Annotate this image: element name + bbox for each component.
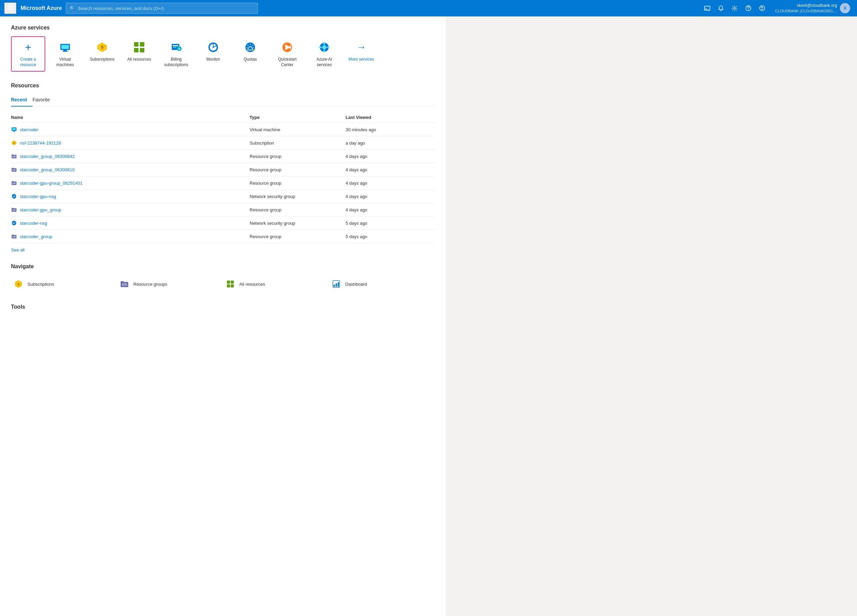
quotas-button[interactable]: Quotas	[233, 36, 268, 66]
search-input[interactable]	[78, 6, 254, 11]
quickstart-center-button[interactable]: QuickstartCenter	[270, 36, 305, 72]
nav-dashboard-icon	[331, 279, 341, 289]
user-org: CLOUDBANK (CLOUDBANKORG....	[775, 9, 837, 14]
svg-rect-9	[61, 45, 69, 49]
nsg-icon	[11, 193, 17, 199]
subscription-icon: $	[11, 140, 17, 146]
svg-rect-10	[63, 50, 67, 51]
resource-name-rg2[interactable]: starcoder_group_06300810	[11, 167, 249, 173]
cloud-shell-button[interactable]	[701, 2, 713, 14]
navigate-resource-groups[interactable]: Resource groups	[117, 275, 223, 293]
resource-name-starcoder[interactable]: starcoder	[11, 127, 249, 133]
navigate-subscriptions[interactable]: $ Subscriptions	[11, 275, 117, 293]
navigate-all-resources[interactable]: All resources	[223, 275, 329, 293]
virtual-machines-button[interactable]: Virtualmachines	[48, 36, 82, 72]
subscriptions-icon: $	[95, 40, 109, 54]
svg-rect-62	[227, 281, 230, 284]
hamburger-menu-button[interactable]: ☰	[4, 2, 17, 14]
svg-rect-63	[231, 281, 234, 284]
resource-name-rg5[interactable]: starcoder_group	[11, 233, 249, 239]
svg-rect-14	[140, 42, 144, 46]
help-button[interactable]	[742, 2, 755, 14]
resources-tabs: Recent Favorite	[11, 94, 435, 107]
navigate-title: Navigate	[11, 264, 435, 270]
svg-point-4	[748, 9, 749, 10]
resource-time: 4 days ago	[345, 194, 435, 199]
tab-recent[interactable]: Recent	[11, 94, 32, 107]
azure-ai-services-button[interactable]: Azure AIservices	[307, 36, 342, 72]
resource-group-icon	[11, 153, 17, 159]
resource-name-nsg1[interactable]: starcoder-gpu-nsg	[11, 193, 249, 199]
resource-time: 4 days ago	[345, 181, 435, 186]
resource-group-icon	[11, 207, 17, 213]
svg-point-2	[734, 8, 736, 9]
resource-name-nsf[interactable]: $ nsf-2238744-192128	[11, 140, 249, 146]
azure-services-section: Azure services + Create aresource	[11, 25, 435, 72]
svg-rect-50	[12, 182, 16, 184]
svg-point-28	[322, 45, 326, 49]
resource-type: Resource group	[249, 154, 345, 159]
column-type: Type	[249, 115, 345, 120]
svg-point-32	[327, 46, 329, 48]
navigate-dashboard-label: Dashboard	[345, 282, 367, 287]
resource-name-nsg2[interactable]: starcoder-nsg	[11, 220, 249, 226]
resource-type: Subscription	[249, 140, 345, 146]
resource-type: Network security group	[249, 194, 345, 199]
svg-rect-61	[122, 283, 127, 286]
more-services-button[interactable]: → More services	[344, 36, 379, 66]
navigate-grid: $ Subscriptions Resource groups All reso…	[11, 275, 435, 293]
svg-rect-60	[121, 281, 124, 283]
svg-rect-16	[140, 48, 144, 52]
resource-name-rg3[interactable]: starcoder-gpu-group_06291401	[11, 180, 249, 186]
all-resources-button[interactable]: All resources	[122, 36, 156, 66]
svg-point-29	[323, 42, 325, 44]
table-header: Name Type Last Viewed	[11, 112, 435, 123]
svg-rect-65	[231, 284, 234, 287]
svg-rect-43	[12, 154, 14, 156]
column-name: Name	[11, 115, 249, 120]
create-resource-button[interactable]: + Create aresource	[11, 36, 45, 72]
azure-services-title: Azure services	[11, 25, 435, 31]
svg-text:$: $	[17, 283, 19, 286]
table-row: starcoder-gpu-nsg Network security group…	[11, 190, 435, 203]
resource-type: Resource group	[249, 167, 345, 172]
resource-type: Virtual machine	[249, 127, 345, 132]
resource-name-rg1[interactable]: starcoder_group_06300842	[11, 153, 249, 159]
table-row: starcoder_group_06300842 Resource group …	[11, 150, 435, 163]
nav-allresources-icon	[226, 279, 235, 289]
resources-section: Resources Recent Favorite Name Type Last…	[11, 83, 435, 253]
monitor-button[interactable]: Monitor	[196, 36, 230, 66]
feedback-button[interactable]	[756, 2, 768, 14]
see-all-link[interactable]: See all	[11, 247, 25, 253]
svg-rect-44	[12, 156, 16, 157]
svg-rect-18	[173, 45, 178, 46]
tab-favorite[interactable]: Favorite	[32, 94, 56, 107]
subscriptions-button[interactable]: $ Subscriptions	[85, 36, 119, 66]
navigate-resource-groups-label: Resource groups	[133, 282, 167, 287]
navigate-dashboard[interactable]: Dashboard	[329, 275, 435, 293]
user-menu[interactable]: xkevli@cloudbank.org CLOUDBANK (CLOUDBAN…	[772, 2, 853, 15]
svg-point-30	[323, 50, 325, 52]
resource-name-rg4[interactable]: starcoder-gpu_group	[11, 207, 249, 213]
navigate-subscriptions-label: Subscriptions	[28, 282, 54, 287]
svg-point-5	[760, 6, 765, 11]
resource-group-icon	[11, 180, 17, 186]
nav-subscription-icon: $	[14, 279, 23, 289]
more-services-label: More services	[349, 57, 374, 62]
azure-ai-services-label: Azure AIservices	[316, 57, 332, 68]
resource-group-icon	[11, 167, 17, 173]
table-row: starcoder_group_06300810 Resource group …	[11, 163, 435, 176]
search-bar[interactable]: 🔍	[66, 3, 258, 14]
user-info: xkevli@cloudbank.org CLOUDBANK (CLOUDBAN…	[775, 3, 837, 14]
billing-subscriptions-button[interactable]: $ Billingsubscriptions	[159, 36, 193, 72]
notifications-button[interactable]	[715, 2, 727, 14]
table-row: starcoder Virtual machine 30 minutes ago	[11, 123, 435, 136]
resource-type: Resource group	[249, 181, 345, 186]
resource-time: 30 minutes ago	[345, 127, 435, 132]
all-resources-label: All resources	[127, 57, 151, 62]
navigate-all-resources-label: All resources	[239, 282, 265, 287]
settings-button[interactable]	[729, 2, 741, 14]
resource-type: Network security group	[249, 221, 345, 226]
resource-type: Resource group	[249, 207, 345, 212]
resources-title: Resources	[11, 83, 435, 89]
